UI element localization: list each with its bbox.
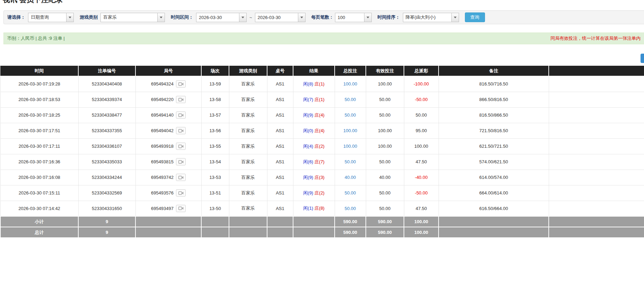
date-from-input[interactable]: 2026-03-30 [196, 13, 247, 22]
total-bet-link[interactable]: 50.00 [345, 112, 356, 118]
total-bet-link[interactable]: 50.00 [345, 159, 356, 164]
sort-order-combobox[interactable]: 降幂(由大到小) [403, 13, 459, 22]
cell-bet-id: 523304334244 [78, 170, 135, 185]
cell-round: 695494324 [135, 76, 201, 92]
result-player: 闲(4) [303, 144, 313, 149]
video-camera-icon [178, 98, 184, 102]
cell-bet-id: 523304339374 [78, 92, 135, 107]
cell-bet-id: 523304338477 [78, 107, 135, 123]
total-bet-link[interactable]: 40.00 [345, 175, 356, 180]
caret-icon [454, 17, 457, 18]
result-player: 闲(9) [303, 175, 313, 180]
cell-game-type: 百家乐 [229, 123, 267, 138]
page-title: 视讯 会员下注纪录 [3, 0, 644, 5]
subtotal-row-empty-cell [549, 216, 644, 227]
video-replay-button[interactable] [176, 174, 186, 181]
video-replay-button[interactable] [176, 189, 186, 197]
cell-game-type: 百家乐 [229, 138, 267, 154]
cell-session: 13-59 [201, 76, 229, 92]
subtotal-row-payout: 100.00 [404, 216, 439, 227]
date-to-value: 2026-03-30 [255, 13, 298, 22]
table-header-row: 时间注单编号局号场次游戏类别桌号结果总投注有效投注总派彩备注 [0, 66, 644, 76]
video-camera-icon [178, 113, 184, 117]
table-row: 2026-03-30 07:18:53523304339374695494220… [0, 92, 644, 107]
total-bet-link[interactable]: 50.00 [345, 97, 356, 102]
video-replay-button[interactable] [176, 158, 186, 165]
subtotal-row-count: 9 [78, 216, 135, 227]
cell-total-bet: 50.00 [335, 185, 366, 201]
chevron-down-icon[interactable] [298, 13, 305, 22]
video-replay-button[interactable] [176, 127, 186, 134]
chevron-down-icon[interactable] [364, 13, 371, 22]
total-row: 总计9590.00590.00100.00 [0, 227, 644, 238]
column-header-7: 总投注 [335, 66, 366, 76]
cell-result: 闲(1) 庄(8) [293, 201, 335, 216]
cell-result: 闲(7) 庄(1) [293, 92, 335, 107]
cell-remark: 866.50/816.50 [439, 92, 549, 107]
subtotal-row-empty-cell [439, 216, 549, 227]
caret-icon [367, 17, 369, 18]
table-body: 2026-03-30 07:19:28523304340408695494324… [0, 76, 644, 216]
table-row: 2026-03-30 07:16:08523304334244695493742… [0, 170, 644, 185]
caret-icon [241, 17, 244, 18]
cell-valid-bet: 40.00 [366, 170, 404, 185]
cell-payout: 95.00 [404, 123, 439, 138]
cell-game-type: 百家乐 [229, 76, 267, 92]
chevron-down-icon[interactable] [451, 13, 459, 22]
game-type-combobox[interactable]: 百家乐 [100, 13, 165, 22]
total-bet-link[interactable]: 50.00 [345, 190, 356, 195]
cell-remark: 664.00/614.00 [439, 185, 549, 201]
cell-table-no: AS1 [267, 154, 293, 170]
date-to-input[interactable]: 2026-03-30 [255, 13, 306, 22]
cell-valid-bet: 100.00 [366, 123, 404, 138]
cell-payout: -40.00 [404, 170, 439, 185]
video-replay-button[interactable] [176, 111, 186, 119]
cell-round: 695493576 [135, 185, 201, 201]
cell-remark: 721.50/816.50 [439, 123, 549, 138]
total-bet-link[interactable]: 100.00 [343, 144, 357, 149]
cell-valid-bet: 50.00 [366, 107, 404, 123]
table-row: 2026-03-30 07:17:51523304337355695494042… [0, 123, 644, 138]
page-size-combobox[interactable]: 100 [335, 13, 372, 22]
subtotal-row-empty-cell [267, 216, 293, 227]
total-row-empty-cell [549, 227, 644, 238]
subtotal-row: 小计9590.00590.00100.00 [0, 216, 644, 227]
round-number: 695494220 [151, 97, 174, 102]
pagination-page-button[interactable]: 1 [641, 54, 644, 63]
video-replay-button[interactable] [176, 96, 186, 103]
column-header-5: 桌号 [267, 66, 293, 76]
subtotal-row-empty-cell [293, 216, 335, 227]
chevron-down-icon[interactable] [157, 13, 165, 22]
total-row-count: 9 [78, 227, 135, 238]
video-camera-icon [178, 206, 184, 210]
query-type-combobox[interactable]: 日期查询 [28, 13, 74, 22]
cell-time: 2026-03-30 07:14:42 [0, 201, 78, 216]
chevron-down-icon[interactable] [239, 13, 246, 22]
cell-time: 2026-03-30 07:16:08 [0, 170, 78, 185]
cell-payout: -100.00 [404, 76, 439, 92]
total-bet-link[interactable]: 100.00 [343, 81, 357, 87]
cell-bet-id: 523304336107 [78, 138, 135, 154]
cell-result: 闲(4) 庄(2) [293, 138, 335, 154]
total-row-empty-cell [293, 227, 335, 238]
video-camera-icon [178, 144, 184, 148]
cell-result: 闲(6) 庄(7) [293, 154, 335, 170]
result-player: 闲(0) [303, 128, 313, 133]
chevron-down-icon[interactable] [66, 13, 73, 22]
cell-bet-id: 523304337355 [78, 123, 135, 138]
total-bet-link[interactable]: 50.00 [345, 206, 356, 211]
sort-order-label: 时间排序： [378, 14, 400, 20]
cell-round: 695494220 [135, 92, 201, 107]
search-button[interactable]: 查询 [465, 12, 485, 22]
cell-result: 闲(9) 庄(2) [293, 185, 335, 201]
video-replay-button[interactable] [176, 205, 186, 212]
cell-table-no: AS1 [267, 185, 293, 201]
total-bet-link[interactable]: 100.00 [343, 128, 357, 133]
result-player: 闲(7) [303, 97, 313, 102]
video-replay-button[interactable] [176, 80, 186, 88]
cell-round: 695493918 [135, 138, 201, 154]
video-replay-button[interactable] [176, 143, 186, 150]
column-header-11 [549, 66, 644, 76]
cell-session: 13-58 [201, 92, 229, 107]
total-row-empty-cell [439, 227, 549, 238]
